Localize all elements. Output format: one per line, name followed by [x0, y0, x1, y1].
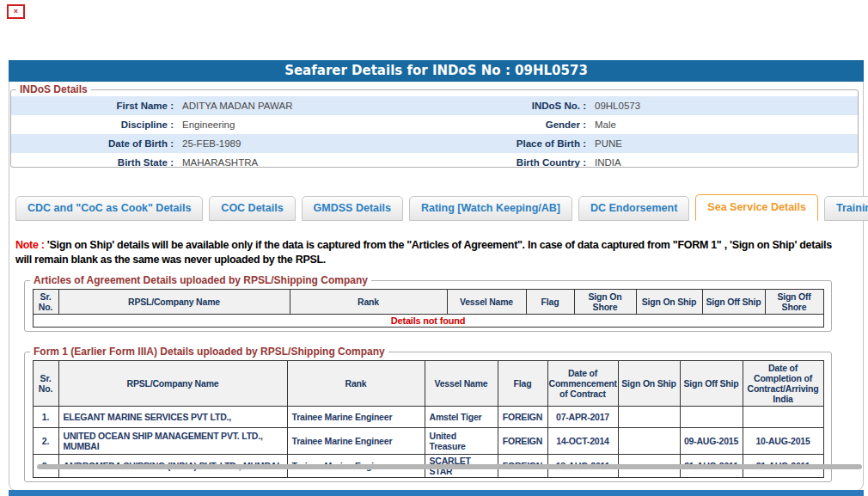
field-value: PUNE	[590, 134, 858, 153]
rank: Trainee Marine Engineer	[287, 428, 425, 455]
field-label: Date of Birth :	[11, 134, 177, 153]
field-label: Place of Birth :	[437, 134, 590, 153]
column-header: RPSL/Company Name	[58, 290, 290, 315]
field-value: Male	[590, 115, 858, 134]
tab-training-details[interactable]: Training Details	[824, 196, 868, 221]
details-not-found-row: Details not found	[33, 315, 823, 328]
details-not-found-text: Details not found	[33, 315, 823, 328]
column-header: Sr. No.	[33, 361, 58, 407]
column-header: Sign On Ship	[618, 361, 680, 407]
note-text: Note : 'Sign on Ship' details will be av…	[15, 238, 834, 267]
note-prefix: Note :	[15, 239, 45, 251]
sign-off-ship	[680, 407, 743, 428]
field-value: INDIA	[590, 153, 858, 172]
indos-details-table: First Name : ADITYA MADAN PAWAR INDoS No…	[11, 96, 858, 172]
column-header: Sign Off Shore	[765, 290, 823, 315]
completion-date	[743, 407, 823, 428]
indos-row: Date of Birth : 25-FEB-1989 Place of Bir…	[11, 134, 858, 153]
field-label: Discipline :	[11, 115, 177, 134]
tab-gmdss-details[interactable]: GMDSS Details	[302, 196, 403, 221]
column-header: Rank	[287, 361, 425, 407]
field-value: 09HL0573	[590, 96, 858, 115]
indos-row: First Name : ADITYA MADAN PAWAR INDoS No…	[11, 96, 858, 115]
indos-details-section: INDoS Details First Name : ADITYA MADAN …	[10, 83, 859, 168]
tab-sea-service-details[interactable]: Sea Service Details	[695, 194, 818, 221]
sign-off-ship: 09-AUG-2015	[680, 428, 743, 455]
field-value: 25-FEB-1989	[177, 134, 437, 153]
sign-on-ship	[618, 428, 680, 455]
indos-row: Discipline : Engineering Gender : Male	[11, 115, 858, 134]
column-header: Sign Off Ship	[702, 290, 765, 315]
completion-date: 10-AUG-2015	[743, 428, 823, 455]
tab-rating-watch-keeping-ab[interactable]: Rating [Watch Keeping/AB]	[409, 196, 572, 221]
column-header: Date of Completion of Contract/Arriving …	[743, 361, 823, 407]
tab-cdc-coc-as-cook-details[interactable]: CDC and "CoC as Cook" Details	[15, 196, 203, 221]
broken-image-icon: ×	[7, 4, 25, 19]
column-header: Sign On Shore	[574, 290, 636, 315]
indos-details-legend: INDoS Details	[16, 83, 91, 95]
articles-of-agreement-section: Articles of Agreement Details uploaded b…	[24, 274, 832, 332]
field-label: First Name :	[11, 96, 177, 115]
column-header: RPSL/Company Name	[58, 361, 287, 407]
table-header-row: Sr. No. RPSL/Company Name Rank Vessel Na…	[33, 361, 823, 407]
serial-no: 1.	[33, 407, 58, 428]
articles-of-agreement-table: Sr. No. RPSL/Company Name Rank Vessel Na…	[33, 289, 824, 328]
field-value: MAHARASHTRA	[177, 153, 437, 172]
column-header: Sr. No.	[33, 290, 58, 315]
articles-of-agreement-legend: Articles of Agreement Details uploaded b…	[30, 274, 371, 286]
vessel-name: Amstel Tiger	[425, 407, 498, 428]
rank: Trainee Marine Engineer	[287, 407, 425, 428]
field-value: ADITYA MADAN PAWAR	[177, 96, 437, 115]
indos-row: Birth State : MAHARASHTRA Birth Country …	[11, 153, 858, 172]
column-header: Flag	[526, 290, 574, 315]
field-value: Engineering	[177, 115, 437, 134]
field-label: Gender :	[437, 115, 590, 134]
column-header: Flag	[498, 361, 547, 407]
commencement-date: 14-OCT-2014	[547, 428, 618, 455]
column-header: Date of Commencement of Contract	[547, 361, 618, 407]
column-header: Vessel Name	[425, 361, 498, 407]
form1-legend: Form 1 (Earlier Form IIIA) Details uploa…	[30, 346, 388, 358]
note-body: 'Sign on Ship' details will be available…	[15, 239, 832, 266]
field-label: Birth Country :	[437, 153, 590, 172]
vessel-name: United Treasure	[425, 428, 498, 455]
horizontal-scrollbar-thumb[interactable]	[37, 464, 862, 469]
sign-on-ship	[618, 407, 680, 428]
column-header: Rank	[290, 290, 447, 315]
table-header-row: Sr. No. RPSL/Company Name Rank Vessel Na…	[33, 290, 823, 315]
commencement-date: 07-APR-2017	[547, 407, 618, 428]
tab-coc-details[interactable]: COC Details	[209, 196, 295, 221]
column-header: Sign On Ship	[636, 290, 702, 315]
column-header: Sign Off Ship	[680, 361, 743, 407]
flag: FOREIGN	[498, 428, 547, 455]
column-header: Vessel Name	[447, 290, 526, 315]
form1-section: Form 1 (Earlier Form IIIA) Details uploa…	[24, 346, 832, 482]
flag: FOREIGN	[498, 407, 547, 428]
serial-no: 2.	[33, 428, 58, 455]
table-row: 2. UNITED OCEAN SHIP MANAGEMENT PVT. LTD…	[33, 428, 823, 455]
tab-dc-endorsement[interactable]: DC Endorsement	[578, 196, 689, 221]
company-name: UNITED OCEAN SHIP MANAGEMENT PVT. LTD., …	[58, 428, 287, 455]
form1-table: Sr. No. RPSL/Company Name Rank Vessel Na…	[33, 360, 824, 478]
page-title: Seafarer Details for INDoS No : 09HL0573	[9, 60, 864, 82]
field-label: Birth State :	[11, 153, 177, 172]
tab-bar: CDC and "CoC as Cook" Details COC Detail…	[15, 194, 868, 221]
field-label: INDoS No. :	[437, 96, 590, 115]
company-name: ELEGANT MARINE SERVICES PVT LTD.,	[58, 407, 287, 428]
table-row: 1. ELEGANT MARINE SERVICES PVT LTD., Tra…	[33, 407, 823, 428]
bottom-bar	[9, 490, 864, 496]
